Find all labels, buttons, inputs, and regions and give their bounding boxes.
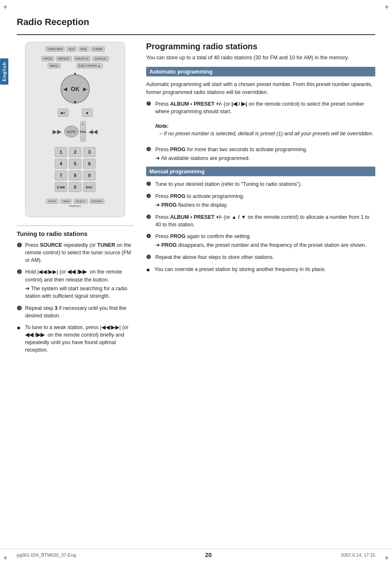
auto-step-result-2: ➜ All available stations are programmed. (155, 155, 375, 162)
remote-key-dsc: DSC (83, 182, 96, 192)
corner-mark-tl: + (3, 3, 7, 11)
remote-vol-bar: + VOL − (80, 121, 86, 142)
footer-right: 2007.6.14, 17:15 (341, 552, 375, 557)
remote-btn-timer: TIMER (60, 199, 72, 204)
title-divider (17, 34, 375, 35)
manual-step-num-4: ❹ (146, 233, 153, 249)
right-column: Programming radio stations You can store… (146, 42, 375, 357)
auto-steps: ❶ Press ALBUM • PRESET +/- (or |◀ / ▶| o… (146, 100, 375, 162)
remote-key-dbb: D.BB (55, 182, 67, 192)
note-block: Note: – If no preset number is selected,… (155, 122, 375, 137)
step-text-1: Press SOURCE repeatedly (or TUNER on the… (25, 241, 134, 264)
remote-key-8: 8 (69, 170, 81, 180)
manual-step-5: ❺ Repeat the above four steps to store o… (146, 253, 375, 261)
footer-page-number: 20 (205, 552, 212, 558)
manual-step-text-2: Press PROG to activate programming. ➜ PR… (155, 193, 375, 209)
remote-btn-tuner: TUNER (91, 46, 105, 52)
remote-btn-shuffle: SHUFFLE (73, 56, 91, 61)
manual-step-text-1: Tune to your desired station (refer to "… (155, 180, 375, 188)
manual-step-num-1: ❶ (146, 180, 153, 188)
remote-key-4: 4 (55, 159, 67, 169)
remote-btn-answer: ANSWER (89, 199, 104, 204)
bullet-text-1: To tune to a weak station, press |◀◀/▶▶|… (25, 324, 134, 354)
remote-bottom-row: SLEEP TIMER REJECT ANSWER (30, 199, 120, 204)
remote-key-0: 0 (69, 182, 81, 192)
remote-btn-sleep: SLEEP (46, 199, 58, 204)
manual-step-text-4: Press PROG again to confirm the setting.… (155, 233, 375, 249)
manual-step-result-2: ➜ PROG flashes in the display. (155, 201, 375, 209)
page-container: + + + + English Radio Reception USB/CARD… (0, 0, 392, 565)
auto-note-text: Note: – If no preset number is selected,… (155, 120, 375, 142)
manual-programming-bar: Manual programming (146, 167, 375, 176)
remote-key-9: 9 (83, 170, 96, 180)
manual-step-1: ❶ Tune to your desired station (refer to… (146, 180, 375, 188)
remote-btn-stop: ■ (82, 109, 93, 117)
footer-left: pg001-034_BTM630_37-Eng (17, 552, 76, 557)
manual-step-3: ❸ Press ALBUM • PRESET +/- (or ▲ / ▼ on … (146, 213, 375, 228)
remote-btn-play: ▶II (58, 109, 68, 117)
auto-description: Automatic programming will start with a … (146, 81, 375, 96)
remote-btn-prog: PROG (41, 56, 54, 61)
tuning-step-1: ❶ Press SOURCE repeatedly (or TUNER on t… (17, 241, 134, 264)
page-title: Radio Reception (17, 17, 375, 28)
remote-btn-menu: MENU (48, 63, 61, 68)
remote-key-1: 1 (55, 147, 67, 157)
step-num-2: ❷ (17, 268, 23, 300)
tuning-step-2: ❷ Hold |◀◀/▶▶| (or ◀◀ /▶▶ on the remote … (17, 268, 134, 300)
remote-btn-rwd: ◀◀ (89, 128, 98, 135)
remote-btn-eject: EJECT/OPEN ▲ (76, 63, 103, 68)
auto-programming-bar: Automatic programming (146, 67, 375, 76)
remote-btn-repeat: REPEAT (56, 56, 72, 61)
auto-step-text-2: Press PROG for more than two seconds to … (155, 146, 375, 162)
step-text-2: Hold |◀◀/▶▶| (or ◀◀ /▶▶ on the remote co… (25, 268, 134, 300)
note-label: Note: (155, 123, 169, 129)
content-columns: USB/CARD AUX RDS TUNER PROG REPEAT SHUFF… (17, 42, 375, 357)
bullet-dot-1: ● (17, 324, 23, 354)
auto-note: Note: – If no preset number is selected,… (146, 120, 375, 142)
remote-key-6: 6 (83, 159, 96, 169)
language-tab: English (0, 58, 8, 85)
manual-step-text-3: Press ALBUM • PRESET +/- (or ▲ / ▼ on th… (155, 213, 375, 228)
step-text-3: Repeat step 3 if necessary until you fin… (25, 304, 134, 319)
manual-steps: ❶ Tune to your desired station (refer to… (146, 180, 375, 261)
page-footer: pg001-034_BTM630_37-Eng 20 2007.6.14, 17… (0, 549, 392, 558)
auto-step-1: ❶ Press ALBUM • PRESET +/- (or |◀ / ▶| o… (146, 100, 375, 115)
remote-key-5: 5 (69, 159, 81, 169)
remote-image: USB/CARD AUX RDS TUNER PROG REPEAT SHUFF… (25, 42, 125, 217)
remote-btn-rds: RDS (78, 46, 89, 52)
auto-step-num-1: ❶ (146, 100, 153, 115)
tuning-section-title: Tuning to radio stations (17, 230, 134, 237)
manual-bullet-text-1: You can override a preset station by sto… (154, 266, 375, 274)
manual-bullet-dot-1: ● (146, 266, 152, 274)
manual-step-num-5: ❺ (146, 253, 153, 261)
remote-mute-vol: MUTE + VOL − (64, 121, 86, 142)
note-text: – If no preset number is selected, defau… (159, 131, 373, 137)
remote-ok-button: ◀ OK ▶ (61, 74, 90, 104)
remote-pairing-label: PAIRING (69, 205, 81, 208)
manual-step-num-2: ❷ (146, 193, 153, 209)
remote-key-2: 2 (69, 147, 81, 157)
auto-step-num-2: ❷ (146, 146, 153, 162)
step-num-3: ❸ (17, 304, 23, 319)
remote-key-7: 7 (55, 170, 67, 180)
tuning-bullet-1: ● To tune to a weak station, press |◀◀/▶… (17, 324, 134, 354)
manual-step-result-4: ➜ PROG disappears, the preset number and… (155, 241, 375, 249)
programming-heading: Programming radio stations (146, 42, 375, 51)
auto-note-label (146, 120, 153, 142)
manual-step-4: ❹ Press PROG again to confirm the settin… (146, 233, 375, 249)
left-section-divider (17, 225, 134, 226)
step-result-2: ➜ The system will start searching for a … (25, 285, 134, 300)
remote-buttons-row2: PROG REPEAT SHUFFLE DISPLAY (30, 56, 120, 61)
remote-buttons-row1: USB/CARD AUX RDS TUNER (30, 46, 120, 52)
auto-step-text-1: Press ALBUM • PRESET +/- (or |◀ / ▶| on … (155, 100, 375, 115)
auto-step-2: ❷ Press PROG for more than two seconds t… (146, 146, 375, 162)
remote-key-3: 3 (83, 147, 96, 157)
manual-step-num-3: ❸ (146, 213, 153, 228)
tuning-step-3: ❸ Repeat step 3 if necessary until you f… (17, 304, 134, 319)
remote-numgrid: 1 2 3 4 5 6 7 8 9 D.BB 0 DSC (55, 147, 96, 192)
step-num-1: ❶ (17, 241, 23, 264)
tuning-steps: ❶ Press SOURCE repeatedly (or TUNER on t… (17, 241, 134, 319)
remote-play-row: ▶II ■ (58, 109, 93, 117)
corner-mark-tr: + (385, 3, 389, 11)
remote-btn-fwd: ▶▶ (53, 128, 62, 135)
